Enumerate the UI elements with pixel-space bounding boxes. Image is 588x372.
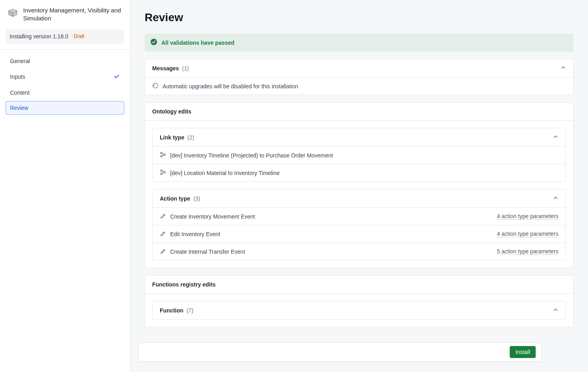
sidebar-nav: General Inputs Content Review <box>0 50 130 119</box>
install-bar: Install <box>138 342 542 362</box>
function-header[interactable]: Function (7) <box>153 301 566 319</box>
messages-header[interactable]: Messages (1) <box>145 59 573 78</box>
action-type-item: Create Inventory Movement Event <box>170 213 255 220</box>
sidebar-item-label: General <box>10 58 30 64</box>
version-text: Installing version 1.16.0 <box>10 33 68 40</box>
message-row: Automatic upgrades will be disabled for … <box>145 78 573 95</box>
action-type-item: Edit Inventory Event <box>170 231 220 237</box>
draft-badge: Draft <box>72 33 87 40</box>
validation-text: All validations have passed <box>161 40 234 46</box>
sidebar-item-label: Review <box>10 105 28 111</box>
sidebar-item-label: Content <box>10 90 30 96</box>
link-type-item: [dev] Inventory Timeline (Projected) to … <box>170 152 333 159</box>
action-params-link[interactable]: 4 action type parameters <box>497 213 558 220</box>
sidebar: Inventory Management, Visibility and Sim… <box>0 0 130 372</box>
action-type-row: Create Internal Transfer Event 5 action … <box>153 243 566 260</box>
link-type-count: (2) <box>187 134 194 141</box>
functions-header: Functions registry edits <box>145 276 573 294</box>
link-type-panel: Link type (2) <box>152 128 566 182</box>
action-type-panel: Action type (3) Create Inventory Movemen… <box>152 189 566 261</box>
action-type-item: Create Internal Transfer Event <box>170 249 245 255</box>
action-type-row: Edit Inventory Event 4 action type param… <box>153 225 566 243</box>
check-icon <box>113 73 120 81</box>
package-icon <box>7 7 18 20</box>
sidebar-item-content[interactable]: Content <box>6 86 124 99</box>
ontology-body: Link type (2) <box>145 121 573 268</box>
action-icon <box>160 230 166 238</box>
action-icon <box>160 248 166 255</box>
ontology-title: Ontology edits <box>152 108 191 115</box>
page-title: Review <box>145 11 574 24</box>
action-type-title: Action type <box>160 195 190 202</box>
sidebar-item-general[interactable]: General <box>6 54 124 68</box>
message-text: Automatic upgrades will be disabled for … <box>163 83 298 90</box>
sidebar-item-inputs[interactable]: Inputs <box>6 70 124 84</box>
functions-panel: Functions registry edits Function (7) <box>145 275 574 327</box>
action-type-header[interactable]: Action type (3) <box>153 189 566 208</box>
sidebar-item-review[interactable]: Review <box>6 101 124 115</box>
action-type-count: (3) <box>193 195 200 202</box>
action-params-link[interactable]: 4 action type parameters <box>497 231 558 237</box>
chevron-up-icon <box>553 307 558 314</box>
link-type-header[interactable]: Link type (2) <box>153 128 566 147</box>
link-type-item: [dev] Location Material to Inventory Tim… <box>170 170 280 176</box>
check-circle-icon <box>150 38 157 47</box>
messages-title: Messages <box>152 65 179 72</box>
link-type-row: [dev] Inventory Timeline (Projected) to … <box>153 147 566 164</box>
sidebar-header: Inventory Management, Visibility and Sim… <box>0 0 130 28</box>
link-icon <box>160 169 166 177</box>
ontology-header: Ontology edits <box>145 103 573 121</box>
action-params-link[interactable]: 5 action type parameters <box>497 248 558 255</box>
link-type-row: [dev] Location Material to Inventory Tim… <box>153 164 566 181</box>
version-banner: Installing version 1.16.0 Draft <box>6 29 124 44</box>
messages-count: (1) <box>182 65 189 72</box>
sidebar-item-label: Inputs <box>10 74 25 80</box>
messages-panel: Messages (1) Automatic upgrades will be … <box>145 59 574 95</box>
action-icon <box>160 213 166 220</box>
action-type-row: Create Inventory Movement Event 4 action… <box>153 208 566 225</box>
link-icon <box>160 151 166 159</box>
functions-body: Function (7) <box>145 294 573 327</box>
validation-banner: All validations have passed <box>145 34 574 52</box>
ontology-panel: Ontology edits Link type (2) <box>145 102 574 268</box>
chevron-up-icon <box>560 65 566 72</box>
functions-title: Functions registry edits <box>152 281 216 288</box>
link-type-title: Link type <box>160 134 184 141</box>
upgrade-icon <box>152 82 159 90</box>
install-button[interactable]: Install <box>510 346 536 358</box>
function-title: Function <box>160 307 183 314</box>
app-title: Inventory Management, Visibility and Sim… <box>23 6 123 23</box>
chevron-up-icon <box>553 134 558 141</box>
function-count: (7) <box>187 307 193 314</box>
function-panel: Function (7) <box>152 301 566 320</box>
main-content: Review All validations have passed Messa… <box>130 0 588 372</box>
chevron-up-icon <box>553 195 558 202</box>
